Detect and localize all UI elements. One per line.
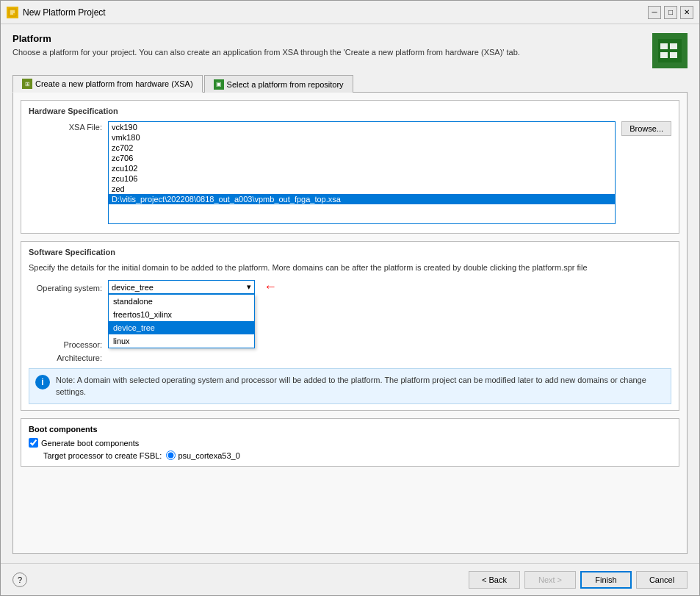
cancel-button[interactable]: Cancel bbox=[636, 571, 688, 589]
list-item[interactable]: vck190 bbox=[109, 122, 615, 132]
info-box: i Note: A domain with selected operating… bbox=[29, 368, 671, 404]
list-item[interactable]: zc706 bbox=[109, 153, 615, 163]
generate-boot-row: Generate boot components bbox=[29, 438, 671, 448]
hardware-section: Hardware Specification XSA File: vck190 … bbox=[21, 100, 679, 234]
target-processor-row: Target processor to create FSBL: psu_cor… bbox=[43, 450, 671, 460]
finish-button[interactable]: Finish bbox=[580, 571, 632, 589]
arch-row: Architecture: bbox=[29, 352, 671, 362]
os-dropdown-popup: standalone freertos10_xilinx device_tree… bbox=[108, 294, 255, 348]
list-item[interactable]: zed bbox=[109, 184, 615, 194]
red-arrow-indicator: ← bbox=[264, 279, 277, 295]
xsa-control-area: vck190 vmk180 zc702 zc706 zcu102 zcu106 … bbox=[108, 121, 616, 224]
maximize-button[interactable]: □ bbox=[664, 6, 677, 19]
target-radio[interactable] bbox=[166, 450, 176, 460]
list-item[interactable]: zcu102 bbox=[109, 163, 615, 173]
svg-rect-4 bbox=[658, 39, 682, 62]
info-text: Note: A domain with selected operating s… bbox=[56, 375, 665, 398]
os-option-freertos[interactable]: freertos10_xilinx bbox=[109, 308, 254, 321]
xsa-tab-icon: ⊞ bbox=[22, 79, 32, 89]
platform-logo bbox=[652, 33, 688, 68]
list-item-selected[interactable]: D:\vitis_project\202208\0818_out_a003\vp… bbox=[109, 194, 615, 204]
xsa-label: XSA File: bbox=[29, 121, 102, 132]
generate-boot-label: Generate boot components bbox=[41, 439, 139, 448]
os-option-standalone[interactable]: standalone bbox=[109, 295, 254, 308]
minimize-button[interactable]: ─ bbox=[648, 6, 661, 19]
target-radio-option: psu_cortexa53_0 bbox=[166, 450, 239, 460]
back-button[interactable]: < Back bbox=[469, 571, 520, 589]
sw-description: Specify the details for the initial doma… bbox=[29, 262, 671, 273]
arch-label: Architecture: bbox=[29, 352, 102, 362]
boot-section-title: Boot components bbox=[29, 425, 671, 434]
tab-repo[interactable]: ▣ Select a platform from repository bbox=[204, 75, 353, 93]
hardware-section-title: Hardware Specification bbox=[29, 107, 671, 115]
title-bar: New Platform Project ─ □ ✕ bbox=[1, 1, 699, 24]
page-header: Platform Choose a platform for your proj… bbox=[12, 33, 688, 68]
xsa-file-row: XSA File: vck190 vmk180 zc702 zc706 zcu1… bbox=[29, 121, 671, 224]
list-item[interactable]: zcu106 bbox=[109, 173, 615, 184]
main-panel: Hardware Specification XSA File: vck190 … bbox=[12, 93, 688, 554]
xsa-listbox[interactable]: vck190 vmk180 zc702 zc706 zcu102 zcu106 … bbox=[108, 121, 616, 224]
window-content: Platform Choose a platform for your proj… bbox=[1, 24, 699, 563]
page-description: Choose a platform for your project. You … bbox=[12, 47, 520, 58]
window-icon bbox=[7, 7, 18, 18]
repo-tab-icon: ▣ bbox=[214, 79, 224, 90]
help-button[interactable]: ? bbox=[12, 572, 27, 587]
list-item[interactable]: vmk180 bbox=[109, 132, 615, 143]
footer: ? < Back Next > Finish Cancel bbox=[1, 563, 699, 595]
svg-rect-5 bbox=[660, 43, 668, 49]
browse-button[interactable]: Browse... bbox=[621, 121, 671, 136]
boot-section: Boot components Generate boot components… bbox=[21, 418, 679, 467]
software-section-title: Software Specification bbox=[29, 248, 671, 256]
dropdown-arrow-icon: ▾ bbox=[247, 282, 251, 292]
software-section: Software Specification Specify the detai… bbox=[21, 241, 679, 411]
footer-left: ? bbox=[12, 572, 27, 587]
page-title: Platform bbox=[12, 33, 520, 44]
tab-xsa[interactable]: ⊞ Create a new platform from hardware (X… bbox=[12, 75, 203, 93]
target-option-label: psu_cortexa53_0 bbox=[178, 451, 239, 460]
svg-rect-6 bbox=[670, 43, 677, 49]
tabs-container: ⊞ Create a new platform from hardware (X… bbox=[12, 74, 688, 93]
main-window: New Platform Project ─ □ ✕ Platform Choo… bbox=[0, 0, 700, 596]
window-controls: ─ □ ✕ bbox=[648, 6, 693, 19]
os-dropdown[interactable]: device_tree ▾ bbox=[108, 280, 255, 294]
list-item[interactable]: zc702 bbox=[109, 143, 615, 153]
os-row: Operating system: device_tree ▾ standalo… bbox=[29, 279, 671, 295]
processor-label: Processor: bbox=[29, 339, 102, 349]
os-dropdown-container: device_tree ▾ standalone freertos10_xili… bbox=[108, 280, 255, 294]
next-button[interactable]: Next > bbox=[524, 571, 576, 589]
footer-right: < Back Next > Finish Cancel bbox=[469, 571, 688, 589]
info-icon: i bbox=[35, 375, 50, 389]
os-label: Operating system: bbox=[29, 282, 102, 292]
os-selected-value: device_tree bbox=[112, 283, 154, 292]
target-label: Target processor to create FSBL: bbox=[43, 451, 162, 460]
svg-rect-8 bbox=[670, 52, 677, 58]
os-option-linux[interactable]: linux bbox=[109, 334, 254, 348]
close-button[interactable]: ✕ bbox=[680, 6, 693, 19]
os-option-device-tree[interactable]: device_tree bbox=[109, 321, 254, 334]
generate-boot-checkbox[interactable] bbox=[29, 438, 38, 448]
svg-rect-7 bbox=[660, 52, 668, 58]
window-title: New Platform Project bbox=[23, 7, 648, 18]
